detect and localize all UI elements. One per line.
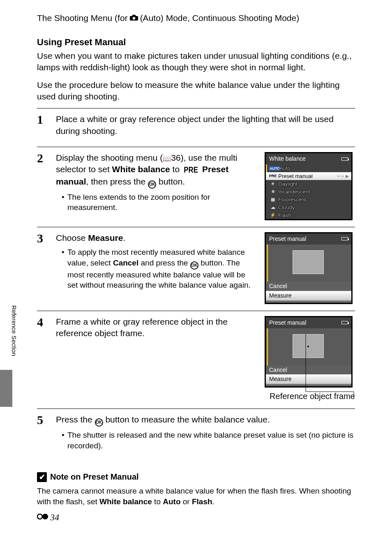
intro-paragraph-2: Use the procedure below to measure the w… xyxy=(37,79,355,103)
lcd-title: Preset manual xyxy=(269,319,306,327)
lcd-preset-manual-measure: Preset manual Cancel Measure xyxy=(265,232,353,304)
wb-option-auto: AUTOAuto xyxy=(266,164,351,172)
wb-option-daylight: ☀Daylight xyxy=(266,180,351,188)
step-3-text: Choose Measure. xyxy=(56,232,257,244)
battery-icon xyxy=(341,157,348,161)
pm-option-cancel: Cancel xyxy=(266,282,351,291)
step-2: 2 Display the shooting menu (📖36), use t… xyxy=(37,147,355,227)
pm-option-measure: Measure xyxy=(266,374,351,384)
side-tab-bar xyxy=(0,370,12,407)
step-2-bullet: The lens extends to the zoom position fo… xyxy=(62,192,257,213)
wb-option-cloudy: ☁Cloudy xyxy=(266,203,351,211)
step-1: 1 Place a white or gray reference object… xyxy=(37,108,355,147)
step-number: 3 xyxy=(37,232,48,245)
flash-icon: ⚡ xyxy=(267,212,278,218)
svg-point-3 xyxy=(37,514,42,519)
battery-icon xyxy=(341,321,348,324)
pm-option-cancel: Cancel xyxy=(266,365,351,375)
step-number: 5 xyxy=(37,414,48,426)
intro-paragraph-1: Use when you want to make pictures taken… xyxy=(37,50,355,74)
side-tab-label: Reference Section xyxy=(10,296,18,366)
step-5: 5 Press the OK button to measure the whi… xyxy=(37,409,355,459)
section-symbol-icon xyxy=(37,511,49,524)
bulb-icon: ✵ xyxy=(267,189,278,195)
lcd-preset-manual-frame: Preset manual Cancel Measure xyxy=(265,316,353,388)
battery-icon xyxy=(341,237,348,240)
chevron-right-icon: ▶ xyxy=(346,173,349,179)
lcd-title: Preset manual xyxy=(269,235,306,243)
wb-option-incandescent: ✵Incandescent xyxy=(266,188,351,196)
step-5-text: Press the OK button to measure the white… xyxy=(56,414,355,427)
wb-option-flash: ⚡Flash xyxy=(266,211,351,219)
section-heading: Using Preset Manual xyxy=(37,36,355,48)
reference-frame-caption: Reference object frame xyxy=(265,391,355,402)
reference-frame xyxy=(293,250,324,274)
sun-icon: ☀ xyxy=(267,181,278,187)
page-number: 34 xyxy=(37,511,59,524)
page-header: The Shooting Menu (for (Auto) Mode, Cont… xyxy=(37,12,355,24)
manual-ref-icon: 📖 xyxy=(163,155,171,162)
wb-option-preset-manual: PREPreset manual– –▶ xyxy=(266,172,351,180)
step-3: 3 Choose Measure. To apply the most rece… xyxy=(37,227,355,311)
wb-option-fluorescent: ▦Fluorescent xyxy=(266,196,351,203)
header-suffix: (Auto) Mode, Continuous Shooting Mode) xyxy=(140,12,300,24)
lcd-bottom-bar xyxy=(266,384,351,386)
step-1-text: Place a white or gray reference object u… xyxy=(56,113,355,137)
pm-option-measure: Measure xyxy=(266,291,351,300)
header-prefix: The Shooting Menu (for xyxy=(37,12,128,24)
step-number: 1 xyxy=(37,113,48,126)
svg-point-4 xyxy=(42,514,48,519)
svg-point-2 xyxy=(132,17,135,19)
camera-icon xyxy=(129,12,138,24)
step-4-text: Frame a white or gray reference object i… xyxy=(56,316,257,339)
lcd-title: White balance xyxy=(269,155,306,163)
note-heading: ✔ Note on Preset Manual xyxy=(37,471,355,482)
lcd-bottom-bar xyxy=(266,300,351,303)
ok-button-icon: OK xyxy=(148,180,156,189)
svg-rect-1 xyxy=(132,15,136,16)
ok-button-icon: OK xyxy=(190,261,198,270)
cloud-icon: ☁ xyxy=(267,204,278,210)
step-number: 4 xyxy=(37,316,48,328)
note-check-icon: ✔ xyxy=(37,472,47,482)
step-3-bullet: To apply the most recently measured whit… xyxy=(62,247,257,291)
fluorescent-icon: ▦ xyxy=(267,196,278,203)
lcd-white-balance-menu: White balance AUTOAuto PREPreset manual–… xyxy=(265,152,353,220)
pre-icon: PRE xyxy=(184,164,198,175)
step-5-bullet: The shutter is released and the new whit… xyxy=(62,430,355,451)
note-body: The camera cannot measure a white balanc… xyxy=(37,486,355,507)
step-2-text: Display the shooting menu (📖36), use the… xyxy=(56,152,257,188)
reference-frame-marker xyxy=(307,345,310,348)
step-4: 4 Frame a white or gray reference object… xyxy=(37,311,355,409)
ok-button-icon: OK xyxy=(95,418,103,427)
step-number: 2 xyxy=(37,152,48,164)
side-tab: Reference Section xyxy=(10,296,18,407)
